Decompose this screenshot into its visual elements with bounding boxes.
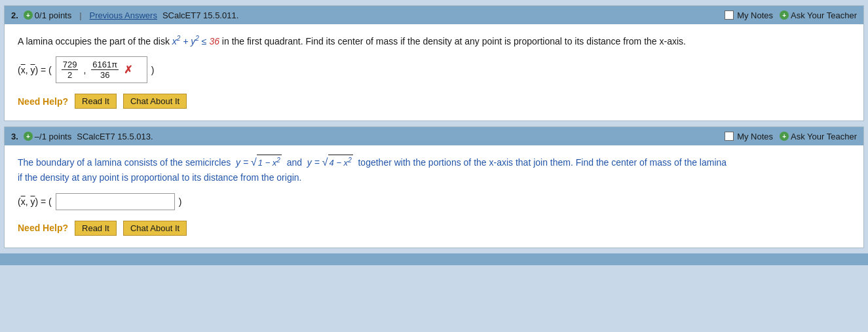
problem-2-block: 2. + 0/1 points | Previous Answers SCalc…: [4, 5, 864, 121]
separator-2: |: [79, 10, 81, 20]
notes-label-3: My Notes: [737, 132, 773, 141]
green-circle-3: +: [24, 132, 33, 141]
eq2: y = √4 − x2: [307, 157, 353, 168]
frac2-den: 36: [99, 70, 111, 80]
frac2-num: 6161π: [91, 60, 119, 70]
fraction-1: 729 2: [62, 60, 79, 80]
fraction-2: 6161π 36: [91, 60, 119, 80]
need-help-2: Need Help? Read It Chat About It: [18, 94, 850, 109]
notes-checkbox-2[interactable]: [725, 10, 734, 20]
prev-answers-link-2[interactable]: Previous Answers: [90, 10, 157, 20]
header-right-3: My Notes + Ask Your Teacher: [725, 132, 857, 141]
comma-sep: ,: [83, 65, 86, 75]
problem-2-intro: A lamina occupies the part of the disk: [18, 36, 172, 46]
read-it-btn-2[interactable]: Read It: [75, 94, 117, 109]
frac1-num: 729: [62, 60, 79, 70]
points-text-2: 0/1 points: [35, 10, 71, 20]
problem-2-body: A lamina occupies the part of the disk x…: [5, 24, 863, 120]
frac1-den: 2: [66, 70, 73, 80]
problem-2-number: 2.: [11, 10, 18, 20]
ask-teacher-icon-3: +: [780, 132, 789, 141]
bottom-bar: [0, 253, 868, 265]
problem-3-header: 3. + –/1 points SCalcET7 15.5.013. My No…: [5, 127, 863, 145]
problem-2-header: 2. + 0/1 points | Previous Answers SCalc…: [5, 6, 863, 24]
need-help-label-3: Need Help?: [18, 223, 68, 233]
points-badge-3: + –/1 points: [24, 132, 71, 141]
answer-prefix-2: (x, y) = (: [18, 65, 52, 75]
problem-2-text: A lamina occupies the part of the disk x…: [18, 33, 850, 48]
problem-3-text-1: The boundary of a lamina consists of the…: [18, 157, 233, 168]
chat-about-it-btn-2[interactable]: Chat About It: [123, 94, 187, 109]
header-left-2: 2. + 0/1 points | Previous Answers SCalc…: [11, 10, 238, 20]
ask-teacher-btn-2[interactable]: + Ask Your Teacher: [780, 10, 857, 20]
problem-3-text: The boundary of a lamina consists of the…: [18, 155, 850, 185]
ask-teacher-label-2: Ask Your Teacher: [791, 10, 857, 20]
need-help-label-2: Need Help?: [18, 96, 68, 107]
ask-teacher-label-3: Ask Your Teacher: [791, 132, 857, 141]
problem-3-number: 3.: [11, 132, 18, 141]
need-help-3: Need Help? Read It Chat About It: [18, 221, 850, 236]
problem-3-block: 3. + –/1 points SCalcET7 15.5.013. My No…: [4, 126, 864, 248]
source-text-2: SCalcET7 15.5.011.: [162, 10, 238, 20]
answer-line-3: (x, y) = ( ): [18, 193, 850, 210]
answer-box-2: 729 2 , 6161π 36 ✗: [56, 56, 147, 83]
problem-3-body: The boundary of a lamina consists of the…: [5, 145, 863, 248]
header-right-2: My Notes + Ask Your Teacher: [725, 10, 857, 20]
header-left-3: 3. + –/1 points SCalcET7 15.5.013.: [11, 132, 153, 141]
ask-teacher-btn-3[interactable]: + Ask Your Teacher: [780, 132, 857, 141]
problem-3-text-3: if the density at any point is proportio…: [18, 172, 301, 183]
points-badge-2: + 0/1 points: [24, 10, 71, 20]
ask-teacher-icon-2: +: [780, 10, 789, 20]
read-it-btn-3[interactable]: Read It: [75, 221, 117, 236]
answer-suffix-2: ): [151, 65, 155, 75]
answer-prefix-3: (x, y) = (: [18, 196, 52, 207]
answer-line-2: (x, y) = ( 729 2 , 6161π 36 ✗ ): [18, 56, 850, 83]
source-text-3: SCalcET7 15.5.013.: [77, 132, 153, 141]
my-notes-area-2: My Notes: [725, 10, 773, 20]
answer-suffix-3: ): [179, 196, 182, 207]
points-text-3: –/1 points: [35, 132, 71, 141]
notes-checkbox-3[interactable]: [725, 132, 734, 141]
problem-3-text-2: together with the portions of the x-axis…: [356, 157, 727, 168]
chat-about-it-btn-3[interactable]: Chat About It: [123, 221, 187, 236]
eq1: y = √1 − x2: [236, 157, 282, 168]
my-notes-area-3: My Notes: [725, 132, 773, 141]
green-circle-2: +: [24, 10, 33, 20]
notes-label-2: My Notes: [737, 10, 773, 20]
and-connector: and: [284, 157, 305, 168]
error-icon-2[interactable]: ✗: [124, 64, 132, 76]
answer-input-3[interactable]: [56, 193, 175, 210]
